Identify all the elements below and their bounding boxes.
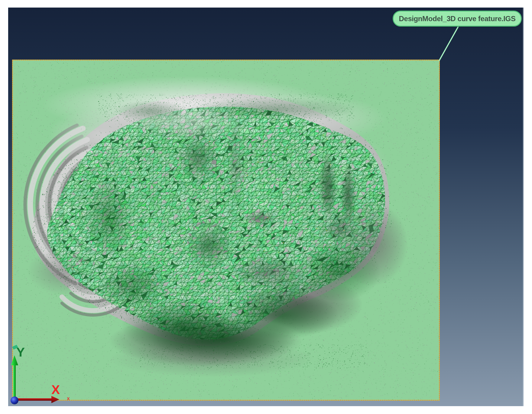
viewport-3d[interactable]: Y X x DesignModel_3D curve feature.IGS xyxy=(8,8,524,406)
y-axis-arrow xyxy=(13,364,16,401)
page: Y X x DesignModel_3D curve feature.IGS xyxy=(0,0,532,414)
x-axis-arrowhead-icon xyxy=(51,396,59,403)
x-axis-label: X xyxy=(51,383,60,397)
y-axis-label: Y xyxy=(16,345,25,359)
axis-triad: Y X x xyxy=(11,345,70,404)
x-axis-arrow xyxy=(15,398,52,401)
callout-leader-line xyxy=(439,27,458,61)
viewport-edge-highlight xyxy=(523,8,524,406)
tiny-x-marker: x xyxy=(67,396,70,401)
model-filename-callout[interactable]: DesignModel_3D curve feature.IGS xyxy=(393,11,522,27)
model-filename-label: DesignModel_3D curve feature.IGS xyxy=(399,15,516,23)
origin-ball-icon xyxy=(11,396,18,404)
overlay-svg: Y X x xyxy=(8,8,524,406)
